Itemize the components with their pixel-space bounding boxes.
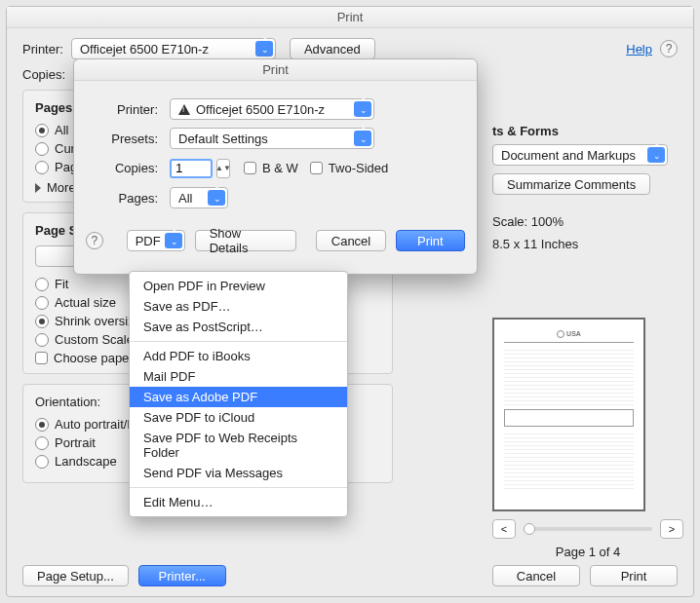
printer-select-value: Officejet 6500 E710n-z	[80, 42, 209, 57]
page-setup-button[interactable]: Page Setup...	[22, 565, 129, 586]
summarize-comments-button[interactable]: Summarize Comments	[492, 173, 650, 195]
custom-scale-label: Custom Scale:	[55, 332, 137, 347]
sheet-pages-select[interactable]: All	[170, 187, 228, 208]
pdf-menu-item[interactable]: Mail PDF	[130, 366, 347, 387]
orientation-portrait-label: Portrait	[55, 435, 96, 450]
fit-label: Fit	[55, 277, 68, 291]
print-button[interactable]: Print	[590, 565, 678, 586]
sheet-help-icon[interactable]: ?	[86, 232, 103, 249]
printer-select[interactable]: Officejet 6500 E710n-z	[71, 38, 276, 59]
help-icon[interactable]: ?	[660, 40, 678, 57]
sheet-printer-select[interactable]: Officejet 6500 E710n-z	[170, 98, 374, 120]
preview-logo: USA	[557, 329, 581, 338]
sheet-presets-value: Default Settings	[178, 132, 268, 146]
sheet-title: Print	[74, 59, 477, 81]
scale-readout: Scale: 100%	[492, 214, 683, 229]
comments-forms-panel: ts & Forms Document and Markups Summariz…	[492, 124, 683, 559]
bw-checkbox[interactable]: B & W	[244, 161, 298, 175]
more-options-disclosure-icon[interactable]	[35, 183, 41, 193]
pdf-menu-button[interactable]: PDF	[127, 230, 185, 251]
sheet-printer-value: Officejet 6500 E710n-z	[196, 102, 325, 117]
sheet-presets-select[interactable]: Default Settings	[170, 128, 374, 149]
advanced-button[interactable]: Advanced	[290, 38, 375, 59]
warning-icon	[178, 104, 190, 115]
orientation-landscape-label: Landscape	[55, 454, 117, 469]
pages-all-label: All	[55, 123, 68, 137]
sheet-copies-label: Copies:	[90, 161, 158, 175]
preview-pager: < >	[492, 519, 683, 539]
system-print-sheet: Print Printer: Officejet 6500 E710n-z Pr…	[73, 58, 478, 275]
comments-forms-select[interactable]: Document and Markups	[492, 144, 668, 166]
show-details-button[interactable]: Show Details	[195, 230, 297, 251]
two-sided-label: Two-Sided	[329, 161, 388, 175]
window-title: Print	[7, 7, 693, 28]
pdf-menu-item[interactable]: Save as Adobe PDF	[130, 387, 347, 407]
preview-slider[interactable]	[524, 527, 652, 531]
comments-forms-title: ts & Forms	[492, 124, 683, 138]
sheet-cancel-button[interactable]: Cancel	[316, 230, 385, 251]
menu-separator	[130, 487, 347, 488]
preview-prev-button[interactable]: <	[492, 519, 516, 539]
pdf-menu-item[interactable]: Add PDF to iBooks	[130, 346, 347, 366]
sheet-presets-label: Presets:	[90, 132, 158, 146]
printer-label: Printer:	[22, 42, 63, 57]
pdf-menu-item[interactable]: Save as PDF…	[130, 296, 347, 317]
sheet-pages-value: All	[178, 191, 192, 206]
sheet-printer-label: Printer:	[90, 102, 158, 117]
pdf-menu-item[interactable]: Save as PostScript…	[130, 317, 347, 337]
actual-size-label: Actual size	[55, 295, 116, 310]
pdf-menu-label: PDF	[136, 234, 161, 248]
pdf-menu-item[interactable]: Save PDF to iCloud	[130, 407, 347, 428]
sheet-copies-stepper[interactable]: ▲▼	[216, 159, 230, 178]
two-sided-checkbox[interactable]: Two-Sided	[310, 161, 388, 175]
copies-label: Copies:	[22, 67, 65, 82]
pdf-menu-item[interactable]: Open PDF in Preview	[130, 276, 347, 296]
printer-button[interactable]: Printer...	[138, 565, 226, 586]
page-preview: USA	[492, 318, 645, 511]
pdf-menu-item[interactable]: Save PDF to Web Receipts Folder	[130, 428, 347, 463]
pdf-dropdown-menu: Open PDF in PreviewSave as PDF…Save as P…	[129, 271, 348, 517]
sheet-print-button[interactable]: Print	[396, 230, 465, 251]
preview-next-button[interactable]: >	[660, 519, 683, 539]
pdf-menu-item[interactable]: Send PDF via Messages	[130, 463, 347, 483]
sheet-pages-label: Pages:	[90, 191, 158, 206]
comments-forms-value: Document and Markups	[501, 148, 636, 163]
sheet-copies-input[interactable]	[170, 159, 213, 178]
help-link[interactable]: Help	[626, 42, 652, 57]
dialog-footer: Page Setup... Printer... Cancel Print	[7, 555, 693, 596]
cancel-button[interactable]: Cancel	[492, 565, 580, 586]
pdf-menu-item[interactable]: Edit Menu…	[130, 492, 347, 512]
menu-separator	[130, 341, 347, 342]
bw-label: B & W	[262, 161, 298, 175]
paper-size-readout: 8.5 x 11 Inches	[492, 237, 683, 251]
